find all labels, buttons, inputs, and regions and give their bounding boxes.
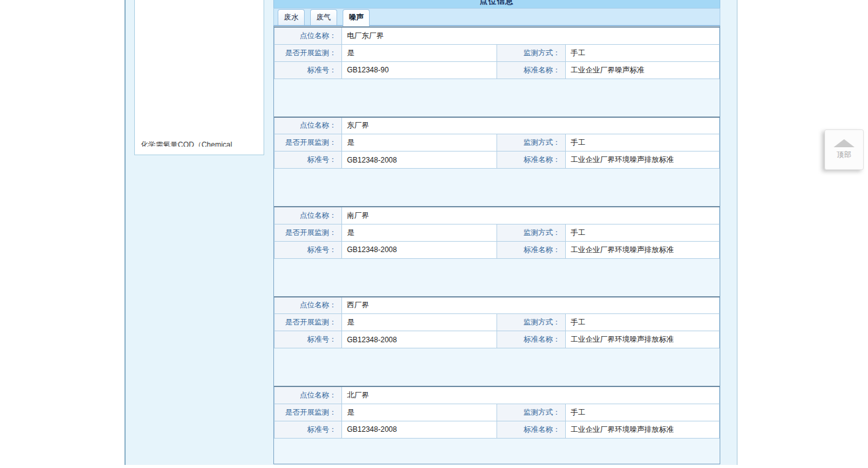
- table-row: 点位名称： 电厂东厂界: [275, 27, 720, 44]
- standard-name-label: 标准名称：: [497, 421, 566, 438]
- monitoring-method-value: 手工: [566, 404, 720, 421]
- point-record-table: 点位名称： 西厂界 是否开展监测： 是 监测方式： 手工 标准号： GB1234…: [274, 296, 720, 349]
- standard-no-value: GB12348-2008: [342, 152, 497, 169]
- tab-wastewater[interactable]: 废水: [278, 9, 305, 25]
- standard-name-value: 工业企业厂界环境噪声排放标准: [566, 421, 720, 438]
- monitoring-flag-value: 是: [342, 44, 497, 61]
- point-record-table: 点位名称： 电厂东厂界 是否开展监测： 是 监测方式： 手工 标准号： GB12…: [274, 26, 720, 79]
- table-row: 是否开展监测： 是 监测方式： 手工: [275, 44, 720, 61]
- standard-no-label: 标准号：: [275, 61, 342, 79]
- point-name-label: 点位名称：: [275, 297, 342, 314]
- table-row: 标准号： GB12348-2008 标准名称： 工业企业厂界环境噪声排放标准: [275, 331, 720, 348]
- panel-header: 点位信息: [273, 0, 720, 8]
- table-row: 点位名称： 西厂界: [275, 297, 720, 314]
- point-name-value: 西厂界: [342, 297, 720, 314]
- monitoring-flag-value: 是: [342, 224, 497, 241]
- monitoring-method-label: 监测方式：: [497, 134, 566, 152]
- tab-noise[interactable]: 噪声: [343, 9, 370, 26]
- point-name-label: 点位名称：: [275, 117, 342, 134]
- standard-no-value: GB12348-90: [342, 61, 497, 79]
- standard-no-label: 标准号：: [275, 241, 342, 258]
- standard-name-label: 标准名称：: [497, 331, 566, 348]
- standard-no-value: GB12348-2008: [342, 331, 497, 348]
- standard-name-value: 工业企业厂界噪声标准: [566, 61, 720, 79]
- point-record-table: 点位名称： 北厂界 是否开展监测： 是 监测方式： 手工 标准号： GB1234…: [274, 386, 720, 439]
- table-row: 是否开展监测： 是 监测方式： 手工: [275, 134, 720, 152]
- table-row: 标准号： GB12348-2008 标准名称： 工业企业厂界环境噪声排放标准: [275, 421, 720, 438]
- tab-strip: 废水 废气 噪声: [273, 8, 720, 26]
- monitoring-method-label: 监测方式：: [497, 224, 566, 241]
- monitoring-method-label: 监测方式：: [497, 44, 566, 61]
- table-row: 标准号： GB12348-2008 标准名称： 工业企业厂界环境噪声排放标准: [275, 152, 720, 169]
- standard-name-value: 工业企业厂界环境噪声排放标准: [566, 152, 720, 169]
- monitoring-method-label: 监测方式：: [497, 314, 566, 331]
- point-name-value: 南厂界: [342, 207, 720, 224]
- table-row: 是否开展监测： 是 监测方式： 手工: [275, 224, 720, 241]
- point-name-label: 点位名称：: [275, 386, 342, 404]
- table-row: 点位名称： 南厂界: [275, 207, 720, 224]
- table-row: 点位名称： 北厂界: [275, 386, 720, 404]
- arrow-up-icon: [834, 139, 855, 147]
- point-record-table: 点位名称： 南厂界 是否开展监测： 是 监测方式： 手工 标准号： GB1234…: [274, 206, 720, 259]
- back-to-top-button[interactable]: 顶部: [824, 129, 864, 170]
- sidebar-clipped-item-label: 化学需氧量COD（Chemical: [141, 140, 262, 147]
- tab-content: 点位名称： 电厂东厂界 是否开展监测： 是 监测方式： 手工 标准号： GB12…: [273, 26, 720, 464]
- table-row: 点位名称： 东厂界: [275, 117, 720, 134]
- standard-no-value: GB12348-2008: [342, 241, 497, 258]
- table-row: 是否开展监测： 是 监测方式： 手工: [275, 314, 720, 331]
- monitoring-flag-label: 是否开展监测：: [275, 314, 342, 331]
- standard-name-label: 标准名称：: [497, 152, 566, 169]
- monitoring-flag-value: 是: [342, 404, 497, 421]
- tab-wastegas[interactable]: 废气: [310, 9, 337, 25]
- point-name-value: 北厂界: [342, 386, 720, 404]
- point-name-value: 电厂东厂界: [342, 27, 720, 44]
- point-name-label: 点位名称：: [275, 27, 342, 44]
- point-name-value: 东厂界: [342, 117, 720, 134]
- standard-name-label: 标准名称：: [497, 61, 566, 79]
- standard-no-label: 标准号：: [275, 421, 342, 438]
- page: 化学需氧量COD（Chemical 点位信息 废水 废气 噪声 点位名称： 电厂…: [0, 0, 868, 468]
- monitoring-flag-value: 是: [342, 314, 497, 331]
- standard-no-value: GB12348-2008: [342, 421, 497, 438]
- monitoring-method-value: 手工: [566, 134, 720, 152]
- monitoring-flag-label: 是否开展监测：: [275, 44, 342, 61]
- standard-no-label: 标准号：: [275, 331, 342, 348]
- monitoring-method-value: 手工: [566, 314, 720, 331]
- point-record-table: 点位名称： 东厂界 是否开展监测： 是 监测方式： 手工 标准号： GB1234…: [274, 117, 720, 169]
- table-row: 是否开展监测： 是 监测方式： 手工: [275, 404, 720, 421]
- point-name-label: 点位名称：: [275, 207, 342, 224]
- monitoring-method-value: 手工: [566, 224, 720, 241]
- panel-title: 点位信息: [274, 0, 720, 7]
- standard-name-value: 工业企业厂界环境噪声排放标准: [566, 331, 720, 348]
- sidebar-panel: 化学需氧量COD（Chemical: [134, 0, 264, 155]
- table-row: 标准号： GB12348-2008 标准名称： 工业企业厂界环境噪声排放标准: [275, 241, 720, 258]
- monitoring-flag-label: 是否开展监测：: [275, 404, 342, 421]
- sidebar-clipped-item: 化学需氧量COD（Chemical: [141, 140, 262, 147]
- back-to-top-label: 顶部: [837, 150, 851, 160]
- table-row: 标准号： GB12348-90 标准名称： 工业企业厂界噪声标准: [275, 61, 720, 79]
- monitoring-method-label: 监测方式：: [497, 404, 566, 421]
- standard-name-value: 工业企业厂界环境噪声排放标准: [566, 241, 720, 258]
- standard-no-label: 标准号：: [275, 152, 342, 169]
- monitoring-flag-label: 是否开展监测：: [275, 224, 342, 241]
- point-info-panel: 点位信息 废水 废气 噪声 点位名称： 电厂东厂界 是否开展监测： 是 监测方式…: [273, 0, 720, 464]
- monitoring-flag-value: 是: [342, 134, 497, 152]
- monitoring-method-value: 手工: [566, 44, 720, 61]
- standard-name-label: 标准名称：: [497, 241, 566, 258]
- monitoring-flag-label: 是否开展监测：: [275, 134, 342, 152]
